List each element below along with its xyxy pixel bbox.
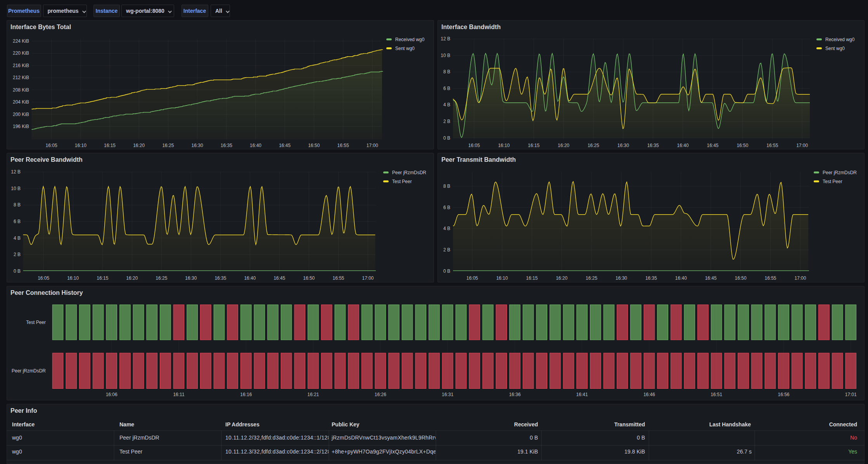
svg-text:16:15: 16:15 xyxy=(528,143,539,148)
svg-text:19.8 KiB: 19.8 KiB xyxy=(624,448,645,455)
svg-text:6 B: 6 B xyxy=(443,86,450,91)
svg-text:17:00: 17:00 xyxy=(367,143,378,148)
svg-text:Public Key: Public Key xyxy=(332,421,360,428)
svg-text:16:11: 16:11 xyxy=(173,392,184,397)
svg-text:16:50: 16:50 xyxy=(308,143,320,148)
svg-text:2 B: 2 B xyxy=(443,247,450,253)
svg-text:16:20: 16:20 xyxy=(558,143,569,148)
svg-text:10 B: 10 B xyxy=(11,186,21,191)
svg-text:17:01: 17:01 xyxy=(845,392,857,397)
svg-text:16:05: 16:05 xyxy=(468,143,480,148)
svg-text:wg0: wg0 xyxy=(12,448,22,455)
svg-text:16:26: 16:26 xyxy=(375,392,386,397)
svg-text:16:21: 16:21 xyxy=(307,392,319,397)
svg-text:16:35: 16:35 xyxy=(221,143,232,148)
svg-text:16:45: 16:45 xyxy=(707,143,718,148)
svg-text:16:20: 16:20 xyxy=(556,275,567,281)
svg-text:16:05: 16:05 xyxy=(46,143,57,148)
svg-text:Interface: Interface xyxy=(12,421,35,428)
svg-text:16:20: 16:20 xyxy=(126,275,138,281)
svg-text:8 B: 8 B xyxy=(443,69,450,74)
svg-text:196 KiB: 196 KiB xyxy=(13,124,29,129)
svg-text:204 KiB: 204 KiB xyxy=(13,99,29,105)
svg-text:16:30: 16:30 xyxy=(192,143,203,148)
svg-text:16:25: 16:25 xyxy=(586,275,597,281)
svg-text:16:16: 16:16 xyxy=(240,392,252,397)
svg-text:16:36: 16:36 xyxy=(509,392,520,397)
svg-text:16:10: 16:10 xyxy=(498,143,510,148)
svg-text:16:10: 16:10 xyxy=(496,275,508,281)
svg-text:Peer jRzmDsDR: Peer jRzmDsDR xyxy=(392,170,426,175)
svg-text:16:25: 16:25 xyxy=(588,143,599,148)
svg-text:Test Peer: Test Peer xyxy=(26,320,46,325)
svg-text:16:05: 16:05 xyxy=(38,275,49,281)
svg-text:19.1 KiB: 19.1 KiB xyxy=(517,448,538,455)
svg-text:0 B: 0 B xyxy=(443,135,450,141)
svg-text:8 B: 8 B xyxy=(14,202,21,208)
svg-text:16:40: 16:40 xyxy=(675,275,687,281)
svg-text:Test Peer: Test Peer xyxy=(823,179,842,184)
svg-text:16:50: 16:50 xyxy=(303,275,315,281)
svg-text:10 B: 10 B xyxy=(441,53,450,58)
svg-text:2 B: 2 B xyxy=(14,252,21,257)
svg-text:16:55: 16:55 xyxy=(764,275,776,281)
svg-text:16:40: 16:40 xyxy=(250,143,261,148)
svg-text:Peer jRzmDsDR: Peer jRzmDsDR xyxy=(119,435,159,441)
svg-text:No: No xyxy=(850,435,857,441)
svg-text:16:55: 16:55 xyxy=(766,143,778,148)
svg-text:16:56: 16:56 xyxy=(778,392,789,397)
svg-text:8 B: 8 B xyxy=(443,184,450,189)
svg-text:6 B: 6 B xyxy=(443,205,450,210)
svg-text:16:45: 16:45 xyxy=(279,143,290,148)
svg-text:16:05: 16:05 xyxy=(466,275,478,281)
svg-text:16:15: 16:15 xyxy=(526,275,538,281)
svg-text:17:00: 17:00 xyxy=(794,275,806,281)
svg-text:16:10: 16:10 xyxy=(75,143,86,148)
svg-text:Transmitted: Transmitted xyxy=(614,421,645,428)
svg-text:224 KiB: 224 KiB xyxy=(13,38,29,44)
svg-text:16:35: 16:35 xyxy=(645,275,657,281)
svg-text:16:06: 16:06 xyxy=(106,392,118,397)
svg-text:16:46: 16:46 xyxy=(643,392,655,397)
svg-text:4 B: 4 B xyxy=(443,226,450,231)
svg-text:Test Peer: Test Peer xyxy=(392,179,412,184)
svg-text:200 KiB: 200 KiB xyxy=(13,112,29,117)
svg-text:Received wg0: Received wg0 xyxy=(395,37,425,42)
svg-text:12 B: 12 B xyxy=(11,169,21,175)
svg-text:4 B: 4 B xyxy=(14,235,21,241)
svg-text:16:25: 16:25 xyxy=(162,143,174,148)
svg-text:+8he+pyWH7Oa9g2FVjIxQzy04brLX+: +8he+pyWH7Oa9g2FVjIxQzy04brLX+Dqe3YCqNQ xyxy=(332,448,458,455)
svg-text:0 B: 0 B xyxy=(14,268,21,274)
svg-text:26.7 s: 26.7 s xyxy=(737,448,752,455)
svg-text:16:35: 16:35 xyxy=(214,275,226,281)
svg-text:16:40: 16:40 xyxy=(677,143,689,148)
svg-text:16:55: 16:55 xyxy=(332,275,344,281)
svg-text:0 B: 0 B xyxy=(637,435,645,441)
svg-text:16:10: 16:10 xyxy=(67,275,79,281)
svg-text:220 KiB: 220 KiB xyxy=(13,50,29,56)
svg-text:16:15: 16:15 xyxy=(97,275,108,281)
svg-text:16:31: 16:31 xyxy=(442,392,453,397)
svg-text:Connected: Connected xyxy=(829,421,857,428)
svg-text:0 B: 0 B xyxy=(443,268,450,274)
svg-text:16:30: 16:30 xyxy=(617,143,629,148)
svg-text:16:55: 16:55 xyxy=(337,143,349,148)
svg-text:208 KiB: 208 KiB xyxy=(13,87,29,93)
svg-text:16:50: 16:50 xyxy=(735,275,747,281)
svg-text:212 KiB: 212 KiB xyxy=(13,75,29,80)
svg-text:2 B: 2 B xyxy=(443,119,450,124)
svg-text:16:45: 16:45 xyxy=(273,275,285,281)
svg-text:Last Handshake: Last Handshake xyxy=(709,421,751,428)
svg-text:16:30: 16:30 xyxy=(616,275,627,281)
svg-text:16:51: 16:51 xyxy=(711,392,722,397)
svg-text:0 B: 0 B xyxy=(530,435,538,441)
svg-text:16:30: 16:30 xyxy=(185,275,197,281)
svg-text:17:00: 17:00 xyxy=(796,143,808,148)
svg-text:Peer jRzmDsDR: Peer jRzmDsDR xyxy=(12,368,46,374)
svg-text:Sent wg0: Sent wg0 xyxy=(395,46,415,51)
svg-text:6 B: 6 B xyxy=(14,219,21,224)
svg-text:16:41: 16:41 xyxy=(576,392,588,397)
svg-text:Peer jRzmDsDR: Peer jRzmDsDR xyxy=(823,170,857,175)
svg-text:4 B: 4 B xyxy=(443,102,450,107)
svg-text:Yes: Yes xyxy=(848,448,857,455)
